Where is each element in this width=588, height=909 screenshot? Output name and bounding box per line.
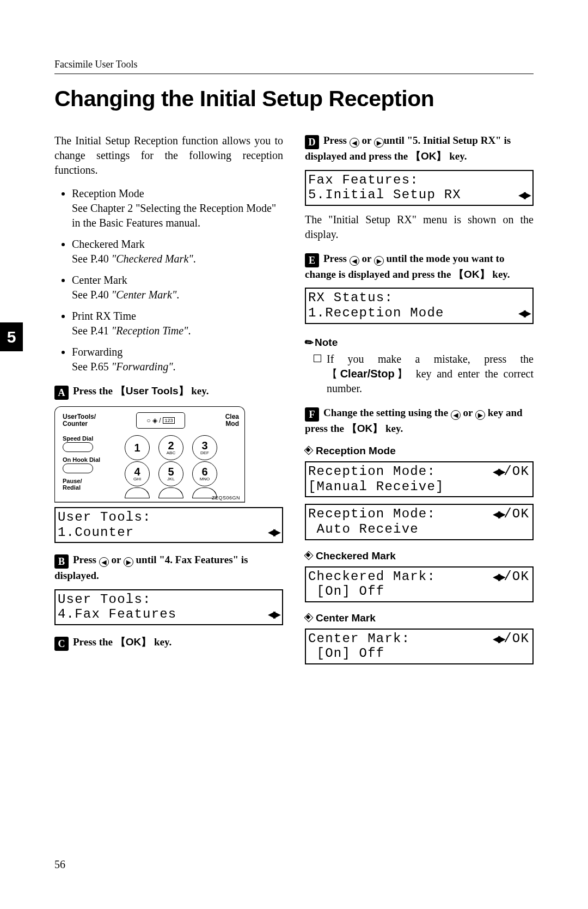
left-arrow-icon: ◀ [350, 256, 359, 266]
page-number: 56 [54, 858, 65, 871]
diamond-icon [305, 614, 313, 621]
list-item: Center Mark See P.40 "Center Mark". [72, 273, 283, 302]
leftright-arrows-icon: ◀▶ [493, 633, 504, 644]
left-arrow-icon: ◀ [99, 557, 109, 567]
leftright-arrows-icon: ◀▶ [518, 308, 529, 319]
subhead-reception-mode: Reception Mode [305, 445, 534, 457]
key-7-icon [125, 487, 150, 498]
note-item: If you make a mistake, press the 【Clear/… [314, 352, 534, 396]
lcd-reception-auto: Reception Mode:◀▶/OK Auto Receive [305, 504, 534, 540]
right-arrow-icon: ▶ [374, 138, 384, 148]
step-number-6-icon: F [305, 407, 319, 422]
left-arrow-icon: ◀ [350, 138, 359, 148]
leftright-arrows-icon: ◀▶ [493, 509, 504, 520]
leftright-arrows-icon: ◀▶ [493, 466, 504, 477]
speed-dial-label: Speed Dial [63, 435, 117, 442]
step-2: B Press ◀ or ▶ until "4. Fax Features" i… [54, 553, 283, 583]
lcd-rx-status: RX Status: 1.Reception Mode◀▶ [305, 288, 534, 324]
lcd-reception-manual: Reception Mode:◀▶/OK [Manual Receive] [305, 461, 534, 497]
step-6: F Change the setting using the ◀ or ▶ ke… [305, 406, 534, 436]
list-item: Forwarding See P.65 "Forwarding". [72, 345, 283, 374]
key-3-icon: 3DEF [192, 435, 217, 460]
note-bullet-icon [314, 355, 321, 362]
list-item: Print RX Time See P.41 "Reception Time". [72, 309, 283, 338]
leftright-arrows-icon: ◀▶ [493, 571, 504, 582]
step-number-2-icon: B [54, 554, 69, 569]
diamond-icon [305, 552, 313, 559]
right-arrow-icon: ▶ [475, 410, 485, 420]
step-5: E Press ◀ or ▶ until the mode you want t… [305, 252, 534, 282]
key-2-icon: 2ABC [158, 435, 183, 460]
note-heading: ✎Note [305, 336, 534, 349]
step-3: C Press the 【OK】 key. [54, 635, 283, 651]
lcd-fax-features: Fax Features: 5.Initial Setup RX◀▶ [305, 170, 534, 206]
right-arrow-icon: ▶ [124, 557, 133, 567]
chapter-tab: 5 [0, 322, 23, 351]
pause-redial-label: Pause/ Redial [63, 478, 117, 491]
lcd-checkered-mark: Checkered Mark:◀▶/OK [On] Off [305, 566, 534, 602]
step-number-1-icon: A [54, 386, 69, 400]
key-6-icon: 6MNO [192, 461, 217, 486]
feature-list: Reception Mode See Chapter 2 "Selecting … [54, 186, 283, 374]
step-number-5-icon: E [305, 253, 319, 267]
keypad-panel-figure: UserTools/ Counter ○ ◈ / 123 Clea Mod Sp… [54, 406, 245, 503]
lcd-user-tools-fax: User Tools: 4.Fax Features◀▶ [54, 589, 283, 625]
intro-text: The Initial Setup Reception function all… [54, 133, 283, 178]
page-title: Changing the Initial Setup Reception [54, 86, 534, 112]
step-1: A Press the 【User Tools】 key. [54, 384, 283, 400]
key-4-icon: 4GHI [125, 461, 150, 486]
step-4-followup: The "Initial Setup RX" menu is shown on … [305, 212, 534, 242]
key-1-icon: 1 [125, 435, 150, 460]
step-4: D Press ◀ or ▶until "5. Initial Setup RX… [305, 133, 534, 163]
header-rule [54, 74, 534, 74]
speed-dial-button-icon [63, 442, 93, 452]
user-tools-counter-label: UserTools/ Counter [63, 413, 96, 428]
lcd-user-tools-counter: User Tools: 1.Counter◀▶ [54, 507, 283, 543]
figure-id: ZEQS06GN [212, 495, 240, 501]
mode-label: Mod [225, 420, 239, 428]
left-column: The Initial Setup Reception function all… [54, 133, 283, 671]
running-header: Facsimile User Tools [54, 59, 534, 70]
left-arrow-icon: ◀ [451, 410, 461, 420]
key-8-icon [158, 487, 183, 498]
diamond-icon [305, 447, 313, 454]
panel-mini-lcd: ○ ◈ / 123 [136, 412, 185, 429]
leftright-arrows-icon: ◀▶ [268, 609, 279, 620]
right-arrow-icon: ▶ [374, 256, 384, 266]
list-item: Reception Mode See Chapter 2 "Selecting … [72, 186, 283, 230]
step-number-3-icon: C [54, 637, 69, 651]
subhead-center-mark: Center Mark [305, 612, 534, 624]
step-number-4-icon: D [305, 135, 319, 149]
subhead-checkered-mark: Checkered Mark [305, 550, 534, 562]
leftright-arrows-icon: ◀▶ [518, 190, 529, 201]
right-column: D Press ◀ or ▶until "5. Initial Setup RX… [305, 133, 534, 671]
key-5-icon: 5JKL [158, 461, 183, 486]
on-hook-dial-label: On Hook Dial [63, 456, 117, 463]
leftright-arrows-icon: ◀▶ [268, 527, 279, 538]
on-hook-dial-button-icon [63, 463, 93, 473]
list-item: Checkered Mark See P.40 "Checkered Mark"… [72, 237, 283, 266]
lcd-center-mark: Center Mark:◀▶/OK [On] Off [305, 629, 534, 664]
